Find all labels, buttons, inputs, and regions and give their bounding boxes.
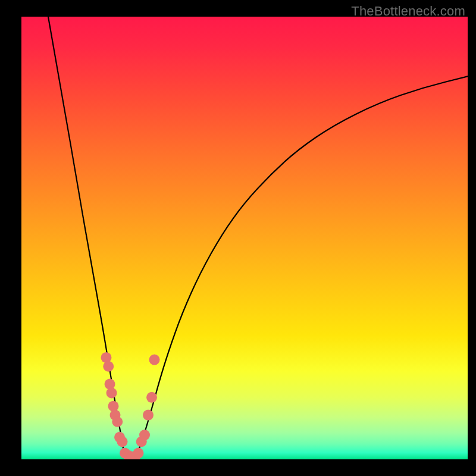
bottleneck-chart-canvas bbox=[0, 0, 476, 476]
figure-frame: TheBottleneck.com bbox=[0, 0, 476, 476]
